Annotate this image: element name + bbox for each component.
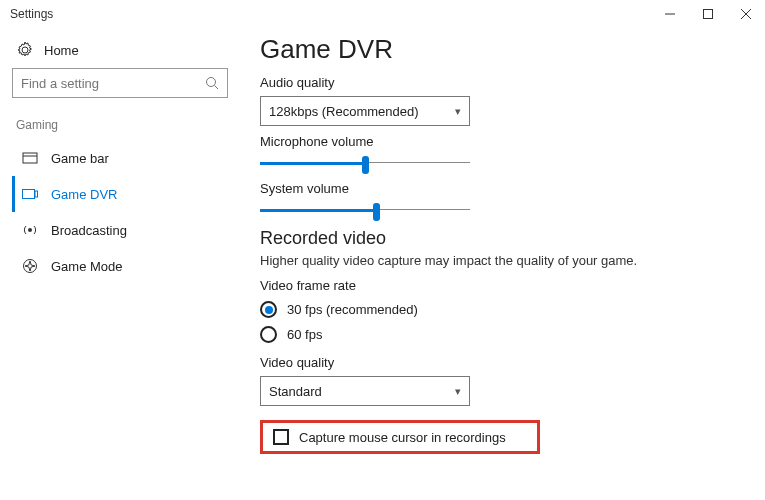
game-bar-icon (21, 151, 39, 165)
recorded-video-heading: Recorded video (260, 228, 735, 249)
video-quality-select[interactable]: Standard ▾ (260, 376, 470, 406)
sidebar-item-label: Broadcasting (51, 223, 127, 238)
section-label: Gaming (12, 114, 228, 140)
frame-rate-30-radio[interactable]: 30 fps (recommended) (260, 301, 735, 318)
checkbox-icon (273, 429, 289, 445)
search-field[interactable] (21, 76, 205, 91)
close-button[interactable] (727, 0, 765, 28)
svg-point-4 (207, 78, 216, 87)
game-dvr-icon (21, 187, 39, 201)
checkbox-label: Capture mouse cursor in recordings (299, 430, 506, 445)
sidebar-item-game-bar[interactable]: Game bar (12, 140, 228, 176)
radio-icon (260, 326, 277, 343)
chevron-down-icon: ▾ (455, 385, 461, 398)
sidebar-item-label: Game bar (51, 151, 109, 166)
radio-icon (260, 301, 277, 318)
svg-rect-9 (35, 191, 38, 197)
window-title: Settings (10, 7, 651, 21)
radio-label: 30 fps (recommended) (287, 302, 418, 317)
svg-rect-6 (23, 153, 37, 163)
svg-point-10 (28, 228, 32, 232)
game-mode-icon (21, 258, 39, 274)
svg-rect-8 (23, 190, 35, 199)
content: Game DVR Audio quality 128kbps (Recommen… (240, 28, 765, 500)
radio-label: 60 fps (287, 327, 322, 342)
system-volume-slider[interactable] (260, 202, 470, 218)
microphone-volume-label: Microphone volume (260, 134, 735, 149)
broadcasting-icon (21, 222, 39, 238)
capture-cursor-checkbox[interactable]: Capture mouse cursor in recordings (273, 429, 527, 445)
sidebar-item-label: Game DVR (51, 187, 117, 202)
home-link[interactable]: Home (12, 36, 228, 68)
page-title: Game DVR (260, 34, 735, 65)
search-icon (205, 76, 219, 90)
sidebar-item-game-dvr[interactable]: Game DVR (12, 176, 228, 212)
select-value: Standard (269, 384, 322, 399)
svg-rect-1 (704, 10, 713, 19)
sidebar-item-broadcasting[interactable]: Broadcasting (12, 212, 228, 248)
sidebar: Home Gaming Game bar Game DVR Broadcas (0, 28, 240, 500)
svg-line-5 (215, 86, 219, 90)
audio-quality-label: Audio quality (260, 75, 735, 90)
frame-rate-label: Video frame rate (260, 278, 735, 293)
sidebar-item-label: Game Mode (51, 259, 123, 274)
recorded-video-sub: Higher quality video capture may impact … (260, 253, 735, 268)
sidebar-item-game-mode[interactable]: Game Mode (12, 248, 228, 284)
frame-rate-60-radio[interactable]: 60 fps (260, 326, 735, 343)
video-quality-label: Video quality (260, 355, 735, 370)
search-input[interactable] (12, 68, 228, 98)
highlight-box: Capture mouse cursor in recordings (260, 420, 540, 454)
minimize-button[interactable] (651, 0, 689, 28)
maximize-button[interactable] (689, 0, 727, 28)
home-label: Home (44, 43, 79, 58)
audio-quality-select[interactable]: 128kbps (Recommended) ▾ (260, 96, 470, 126)
gear-icon (16, 42, 34, 58)
chevron-down-icon: ▾ (455, 105, 461, 118)
titlebar: Settings (0, 0, 765, 28)
microphone-volume-slider[interactable] (260, 155, 470, 171)
select-value: 128kbps (Recommended) (269, 104, 419, 119)
system-volume-label: System volume (260, 181, 735, 196)
